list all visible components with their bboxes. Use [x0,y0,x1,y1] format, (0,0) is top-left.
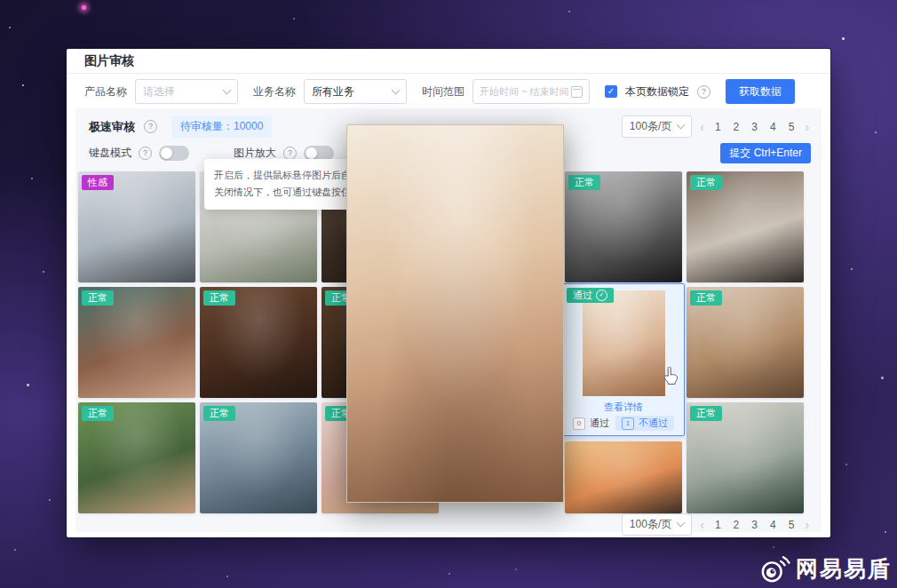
page-number[interactable]: 2 [734,519,740,531]
image-tile[interactable]: 正常 [565,171,682,282]
star [845,464,847,465]
view-details-link[interactable]: 查看详情 [563,401,684,414]
tile-status-badge: 正常 [690,290,722,306]
lock-label[interactable]: 本页数据锁定 [625,84,689,99]
review-actions: 0 通过 1 不通过 [563,416,684,431]
tile-status-badge: 正常 [203,290,235,306]
chevron-down-icon [223,85,232,94]
product-select[interactable]: 请选择 [135,79,238,104]
star [14,549,16,551]
star [82,5,86,10]
star [773,546,774,548]
image-tile[interactable]: 正常 [78,402,195,513]
product-filter-group: 产品名称 请选择 [84,79,238,104]
hand-cursor-icon [663,367,679,389]
image-tile[interactable]: 性感 [78,171,195,282]
star [875,131,877,133]
selected-image-tile[interactable]: 通过 ✓ 查看详情 0 通过 1 不通过 [562,283,685,436]
help-icon[interactable]: ? [697,85,710,99]
tile-status-badge: 正常 [82,406,114,421]
reject-button[interactable]: 1 不通过 [615,416,674,431]
page-number[interactable]: 3 [751,519,758,531]
lock-data-group: ✓ 本页数据锁定 ? [605,84,710,99]
check-circle-icon: ✓ [596,290,607,301]
image-tile[interactable] [565,441,682,513]
tile-photo [565,441,682,513]
business-filter-group: 业务名称 所有业务 [253,79,407,104]
tile-status-badge: 性感 [82,175,114,190]
star [27,384,29,386]
time-filter-group: 时间范围 开始时间 ~ 结束时间 [422,79,590,104]
pagination-bottom: 100条/页 ‹ 12345 › [622,513,811,536]
tile-status-badge: 正常 [690,175,722,190]
starry-background: 图片审核 产品名称 请选择 业务名称 所有业务 时间范围 开始时间 [0,0,897,588]
pass-hotkey-badge: 0 [573,417,585,430]
enlarged-image-preview [346,124,564,503]
image-tile[interactable]: 正常 [200,402,317,513]
star [568,11,570,12]
image-tile[interactable]: 正常 [78,287,195,398]
star [851,268,853,270]
reject-hotkey-badge: 1 [622,417,634,430]
page-number[interactable]: 1 [715,519,721,531]
window-header: 图片审核 [67,49,830,74]
chevron-down-icon [677,519,686,528]
product-label: 产品名称 [84,84,127,99]
image-tile[interactable]: 正常 [687,171,804,282]
star [881,377,884,379]
star [842,37,845,40]
pass-button[interactable]: 0 通过 [573,416,609,431]
star [293,18,295,20]
watermark: 网易易盾 [760,553,892,584]
page-title: 图片审核 [84,53,134,69]
watermark-text: 网易易盾 [796,554,892,584]
image-tile[interactable]: 正常 [687,402,804,513]
page-number[interactable]: 4 [770,519,776,531]
star [885,531,886,533]
business-label: 业务名称 [253,84,296,99]
image-review-window: 图片审核 产品名称 请选择 业务名称 所有业务 时间范围 开始时间 [67,49,830,537]
star [226,576,228,577]
tile-status-badge: 正常 [690,406,722,421]
next-page-button[interactable]: › [803,518,811,532]
star [22,84,24,86]
fetch-data-button[interactable]: 获取数据 [726,79,795,104]
selected-tile-photo[interactable] [583,290,665,396]
business-select[interactable]: 所有业务 [304,79,407,104]
star [9,27,11,28]
image-tile[interactable]: 正常 [200,287,317,398]
filter-bar: 产品名称 请选择 业务名称 所有业务 时间范围 开始时间 ~ 结束时间 [84,78,818,105]
time-range-label: 时间范围 [422,84,464,99]
star [31,178,33,179]
star [43,271,44,273]
lock-checkbox[interactable]: ✓ [605,85,617,98]
calendar-icon [571,86,583,98]
yidun-logo-icon [760,553,790,584]
star [448,573,450,575]
tile-status-badge: 正常 [568,175,600,190]
tile-status-badge: 通过 ✓ [567,288,614,303]
page-number[interactable]: 5 [789,519,795,531]
pagination-pages: 12345 [712,519,797,531]
star [515,568,517,570]
image-tile[interactable]: 正常 [687,287,804,398]
tile-status-badge: 正常 [82,290,114,306]
chevron-down-icon [392,85,401,94]
reject-label: 不通过 [639,417,668,430]
page-size-select[interactable]: 100条/页 [622,513,692,536]
date-range-input[interactable]: 开始时间 ~ 结束时间 [472,79,590,104]
tile-status-badge: 正常 [203,406,235,421]
pass-label: 通过 [590,417,609,430]
prev-page-button[interactable]: ‹ [698,518,706,532]
star [49,499,51,501]
